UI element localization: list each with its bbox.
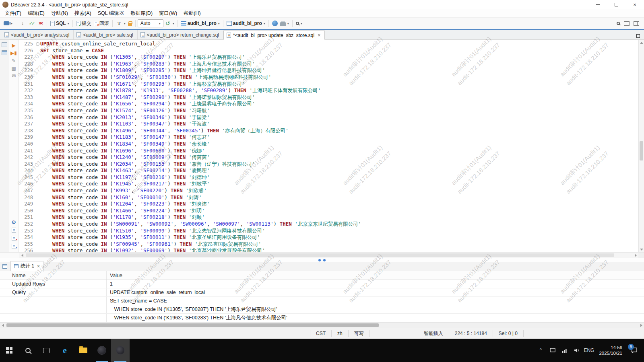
maximize-button[interactable] (607, 0, 625, 9)
notification-center-button[interactable]: 9 (627, 348, 641, 353)
pinned-app-button[interactable] (93, 339, 111, 362)
code-line[interactable]: 243 WHEN store_code IN ('K2034', 'SF0015… (19, 161, 644, 168)
script-file-blue-icon[interactable]: ▪ (12, 244, 16, 249)
code-line[interactable]: 247 WHEN store_code IN ('K993', 'SF00220… (19, 187, 644, 194)
code-line[interactable]: 248 WHEN store_code IN ('K160', 'SF00010… (19, 194, 644, 201)
result-grid-icon[interactable]: ▦ (11, 66, 16, 71)
globe-button[interactable] (271, 20, 279, 27)
search-icon[interactable] (617, 22, 620, 25)
code-line[interactable]: 256 WHEN store_code IN ('K1092', 'SF0006… (19, 247, 644, 252)
scroll-right-icon[interactable] (633, 253, 638, 258)
quick-search-button[interactable]: ▾ (295, 21, 303, 26)
code-line[interactable]: 231 WHEN store_code IN ('K1671', 'SF0029… (19, 81, 644, 88)
code-line[interactable]: 228 WHEN store_code IN ('K1963', 'SF0028… (19, 61, 644, 68)
explain-plan-icon[interactable]: ✎ (12, 58, 16, 63)
code-line[interactable]: 255 WHEN store_code IN ('SF00945', 'SF00… (19, 241, 644, 248)
scroll-up-icon[interactable] (639, 40, 644, 45)
tablet-icon[interactable] (547, 348, 558, 353)
scroll-down-icon[interactable] (639, 247, 644, 252)
maximize-editor-icon[interactable] (636, 34, 640, 38)
code-line[interactable]: 241 WHEN store_code IN ('K1696', 'SF0068… (19, 148, 644, 154)
restore-view-icon[interactable] (2, 42, 7, 47)
layout-left-icon[interactable] (624, 21, 630, 26)
network-icon[interactable] (559, 348, 570, 353)
close-button[interactable]: × (625, 0, 644, 9)
execute-script-icon[interactable]: ▶▮ (10, 51, 17, 56)
transaction-log-button[interactable]: T▾ (115, 19, 127, 27)
code-line[interactable]: 250 WHEN store_code IN ('K1466', 'SF0022… (19, 208, 644, 214)
scroll-left-icon[interactable] (19, 253, 25, 258)
panel-sash[interactable] (0, 258, 644, 262)
scroll-left-icon[interactable] (0, 323, 6, 328)
code-line[interactable]: 226SET store_name = CASE (19, 47, 644, 54)
menu-item[interactable]: 数据库(D) (127, 9, 156, 17)
code-line[interactable]: 227 WHEN store_code IN ('K1305', 'SF0028… (19, 54, 644, 61)
print-button[interactable]: ▾ (279, 20, 290, 27)
fold-collapse-icon[interactable] (36, 42, 39, 46)
column-header-value[interactable]: Value (107, 271, 644, 280)
commit-button[interactable]: ✓提交 (75, 19, 93, 28)
code-line[interactable]: 244 WHEN store_code IN ('K1463', 'SF0021… (19, 167, 644, 174)
fetch-button[interactable]: ↓ (18, 19, 27, 27)
table-row[interactable]: WHEN store_code IN ('K1305', 'SF00287') … (0, 305, 644, 314)
script-file-icon[interactable] (12, 228, 16, 233)
commit-mode-select[interactable]: Auto▾ (138, 19, 163, 27)
edge-button[interactable]: e (56, 339, 74, 362)
code-line[interactable]: 246 WHEN store_code IN ('K1945', 'SF0021… (19, 181, 644, 187)
database-navigator-icon[interactable] (2, 50, 7, 55)
sash-handle-icon[interactable] (318, 259, 321, 261)
lock-button[interactable] (127, 20, 133, 27)
code-line[interactable]: 233 WHEN store_code IN ('K1487', 'SF0029… (19, 94, 644, 101)
dbeaver-taskbar-button[interactable] (111, 339, 130, 362)
caret-position[interactable]: 224 : 5 : 14184 (449, 330, 493, 337)
export-icon[interactable]: ✉ (12, 74, 16, 78)
code-line[interactable]: 229 WHEN store_code IN ('K1809', 'SF0028… (19, 67, 644, 74)
taskbar-clock[interactable]: 14:56 2025/10/21 (596, 345, 625, 356)
layout-right-icon[interactable] (634, 21, 639, 26)
script-file-red-icon[interactable]: ▪ (12, 236, 16, 241)
menu-item[interactable]: 编辑(E) (25, 9, 48, 17)
results-scrollbar-thumb[interactable] (6, 323, 379, 327)
editor-tab[interactable]: <audit_bi_pro> sale.sql (74, 30, 137, 39)
menu-item[interactable]: SQL 编辑器 (95, 9, 128, 17)
code-line[interactable]: 237 WHEN store_code IN ('K1103', 'SF0034… (19, 121, 644, 128)
table-row[interactable]: QueryUPDATE custom_online_sale_return_lo… (0, 288, 644, 297)
editor-tab[interactable]: *<audit_bi_pro> update_sbz_store.sql× (223, 31, 325, 40)
code-line[interactable]: 232 WHEN store_code IN ('K1878', 'K1933'… (19, 87, 644, 94)
speaker-icon[interactable] (572, 348, 582, 353)
menu-item[interactable]: 导航(N) (48, 9, 71, 17)
panel-menu-icon[interactable] (2, 264, 7, 269)
code-line[interactable]: 230 WHEN store_code IN ('SF01029', 'SF01… (19, 74, 644, 81)
code-line[interactable]: 251 WHEN store_code IN ('K1178', 'SF0021… (19, 214, 644, 221)
editor-hscrollbar[interactable] (0, 252, 644, 258)
statistics-tab[interactable]: 统计 1 × (10, 261, 43, 271)
rollback-button[interactable]: ×回滚 (93, 19, 110, 28)
menu-item[interactable]: 窗口(W) (156, 9, 180, 17)
menu-item[interactable]: 帮助(H) (180, 9, 204, 17)
sql-editor-button[interactable]: SQL▾ (49, 20, 70, 27)
editor-tab[interactable]: <audit_bi_pro> return_change.sql (138, 30, 223, 39)
scroll-right-icon[interactable] (638, 323, 644, 328)
file-explorer-button[interactable] (74, 339, 93, 362)
language-indicator[interactable]: ENG (584, 348, 594, 353)
code-line[interactable]: 236 WHEN store_code IN ('K2013', 'SF0034… (19, 114, 644, 121)
vertical-scrollbar-thumb[interactable] (640, 141, 643, 160)
execute-checks-button[interactable]: ✓✓ (27, 19, 36, 27)
execute-statement-icon[interactable]: ▶ (12, 43, 15, 48)
sql-editor[interactable]: 225UPDATE custom_online_sale_return_loca… (19, 40, 644, 252)
table-header[interactable]: Name Value (0, 271, 644, 280)
gear-icon[interactable]: ⚙ (11, 220, 16, 225)
start-button[interactable] (0, 339, 19, 362)
table-row[interactable]: SET store_name = CASE (0, 297, 644, 305)
table-row[interactable]: Updated Rows1 (0, 280, 644, 288)
code-line[interactable]: 242 WHEN store_code IN ('K1240', 'SF0000… (19, 154, 644, 161)
history-button[interactable]: ↺▾ (163, 19, 175, 27)
task-view-button[interactable] (37, 339, 56, 362)
code-line[interactable]: 245 WHEN store_code IN ('K1197', 'SF0021… (19, 174, 644, 181)
tab-close-icon[interactable]: × (318, 33, 320, 38)
table-row[interactable]: WHEN store_code IN ('K1963', 'SF00283') … (0, 314, 644, 322)
database-selector[interactable]: audit_bi_pro▾ (180, 20, 221, 27)
connection-button[interactable]: ▾ (2, 21, 14, 26)
code-line[interactable]: 253 WHEN store_code IN ('K1510', 'SF0009… (19, 228, 644, 234)
code-line[interactable]: 225UPDATE custom_online_sale_return_loca… (19, 41, 644, 47)
